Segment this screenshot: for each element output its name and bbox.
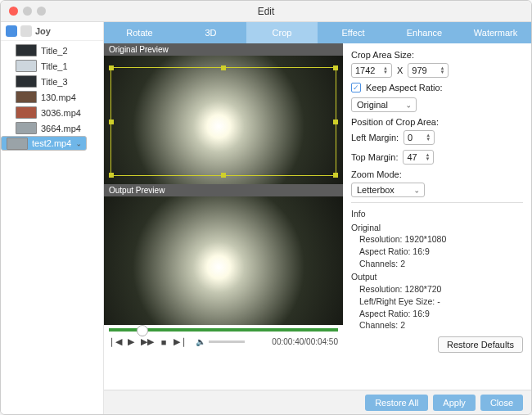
crop-rectangle[interactable] [110,67,336,176]
body: Joy Title_2 Title_1 Title_3 130.mp4 3036… [1,22,531,414]
stop-button[interactable]: ■ [158,337,169,347]
original-heading: Original [351,222,523,234]
position-label: Position of Crop Area: [351,117,523,127]
sidebar-item-title-3[interactable]: Title_3 [1,74,103,89]
original-aspect-ratio: Aspect Ratio: 16:9 [351,246,523,258]
info-heading: Info [351,208,523,220]
zoom-mode-label: Zoom Mode: [351,169,523,179]
tab-crop[interactable]: Crop [246,22,318,43]
close-button[interactable]: Close [480,395,523,411]
crop-height-input[interactable]: 979▲▼ [408,63,449,78]
apply-button[interactable]: Apply [433,395,476,411]
output-heading: Output [351,271,523,283]
play-button[interactable]: ▶ [125,336,137,347]
original-preview: Original Preview [104,43,343,184]
restore-defaults-button[interactable]: Restore Defaults [438,336,523,353]
restore-all-button[interactable]: Restore All [365,395,428,411]
content: Original Preview Output Preview [104,43,531,390]
x-separator: X [397,65,403,75]
crop-width-input[interactable]: 1742▲▼ [351,63,392,78]
window-title: Edit [1,6,531,17]
collapse-toggle-on-icon[interactable] [6,25,17,37]
output-channels: Channels: 2 [351,319,523,332]
tab-3d[interactable]: 3D [175,22,246,43]
sidebar-item-130[interactable]: 130.mp4 [1,89,103,105]
left-margin-input[interactable]: 0▲▼ [404,130,435,145]
sidebar-item-3036[interactable]: 3036.mp4 [1,105,103,120]
original-resolution: Resolution: 1920*1080 [351,233,523,246]
volume-control[interactable]: 🔈 [196,337,245,346]
fast-forward-button[interactable]: ▶▶ [142,336,153,347]
left-margin-label: Left Margin: [351,133,399,142]
tab-effect[interactable]: Effect [318,22,389,43]
footer: Restore All Apply Close [104,390,531,414]
prev-button[interactable]: ❘◀ [109,336,120,347]
top-margin-label: Top Margin: [351,152,398,162]
sidebar-root-label: Joy [35,26,51,36]
main: Rotate 3D Crop Effect Enhance Watermark … [104,22,531,414]
info-block: Info Original Resolution: 1920*1080 Aspe… [351,208,523,332]
sidebar-item-test2[interactable]: test2.mp4 [1,136,87,151]
sidebar-item-3664[interactable]: 3664.mp4 [1,120,103,136]
tab-bar: Rotate 3D Crop Effect Enhance Watermark [104,22,531,43]
aspect-ratio-select[interactable]: Original [351,97,417,112]
next-button[interactable]: ▶❘ [174,336,186,347]
output-eye-size: Left/Right Eye Size: - [351,295,523,308]
output-preview-image [104,196,343,325]
sidebar-list: Title_2 Title_1 Title_3 130.mp4 3036.mp4… [1,41,103,153]
tab-rotate[interactable]: Rotate [104,22,175,43]
crop-panel: Crop Area Size: 1742▲▼ X 979▲▼ ✓ Keep As… [343,43,531,390]
tab-watermark[interactable]: Watermark [460,22,531,43]
original-preview-image[interactable] [104,56,343,184]
sidebar-header: Joy [1,22,103,41]
keep-ratio-label: Keep Aspect Ratio: [366,83,443,92]
progress-slider[interactable] [104,325,343,335]
output-resolution: Resolution: 1280*720 [351,283,523,295]
keep-ratio-checkbox[interactable]: ✓ [351,83,361,92]
time-display: 00:00:40/00:04:50 [272,337,338,346]
volume-icon: 🔈 [196,337,205,346]
crop-size-label: Crop Area Size: [351,50,523,60]
top-margin-input[interactable]: 47▲▼ [403,150,434,165]
output-aspect-ratio: Aspect Ratio: 16:9 [351,308,523,320]
preview-column: Original Preview Output Preview [104,43,343,390]
output-preview-title: Output Preview [104,184,343,196]
original-channels: Channels: 2 [351,258,523,270]
sidebar-item-title-2[interactable]: Title_2 [1,43,103,58]
output-preview: Output Preview [104,184,343,325]
sidebar-item-title-1[interactable]: Title_1 [1,58,103,74]
sidebar: Joy Title_2 Title_1 Title_3 130.mp4 3036… [1,22,104,414]
titlebar: Edit [1,1,531,22]
original-preview-title: Original Preview [104,43,343,56]
playback-controls: ❘◀ ▶ ▶▶ ■ ▶❘ 🔈 00:00:40/00:04:50 [104,325,343,363]
collapse-toggle-off-icon[interactable] [20,25,32,37]
zoom-mode-select[interactable]: Letterbox [351,183,425,197]
tab-enhance[interactable]: Enhance [389,22,460,43]
edit-window: Edit Joy Title_2 Title_1 Title_3 130.mp4… [0,0,532,415]
divider [351,202,523,203]
